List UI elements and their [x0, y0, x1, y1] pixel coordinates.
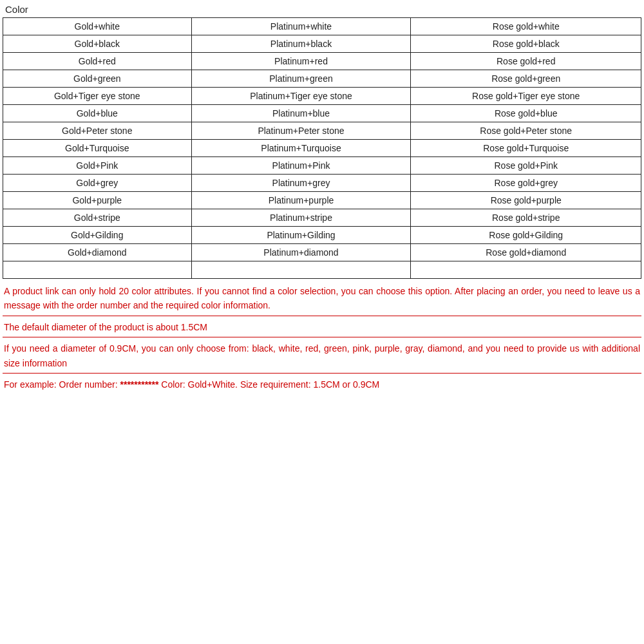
table-cell-empty [411, 261, 641, 279]
notice-1: A product link can only hold 20 color at… [3, 281, 641, 316]
color-section-label: Color [3, 3, 641, 16]
table-row: Gold+redPlatinum+redRose gold+red [3, 53, 641, 70]
table-cell: Gold+Peter stone [3, 122, 192, 140]
table-cell: Platinum+Gilding [191, 227, 411, 244]
table-cell: Rose gold+Tiger eye stone [411, 88, 641, 105]
table-cell: Rose gold+Peter stone [411, 122, 641, 140]
table-cell: Rose gold+diamond [411, 244, 641, 261]
table-row: Gold+PinkPlatinum+PinkRose gold+Pink [3, 157, 641, 175]
notice4-prefix: For example: Order number: [4, 379, 120, 390]
table-cell: Platinum+green [191, 70, 411, 88]
table-row: Gold+purplePlatinum+purpleRose gold+purp… [3, 192, 641, 209]
table-row: Gold+diamondPlatinum+diamondRose gold+di… [3, 244, 641, 261]
notice-3: If you need a diameter of 0.9CM, you can… [3, 339, 641, 374]
table-row: Gold+greyPlatinum+greyRose gold+grey [3, 175, 641, 192]
table-cell: Gold+black [3, 35, 192, 53]
table-row: Gold+GildingPlatinum+GildingRose gold+Gi… [3, 227, 641, 244]
table-cell: Gold+diamond [3, 244, 192, 261]
table-cell: Rose gold+red [411, 53, 641, 70]
table-cell: Rose gold+Pink [411, 157, 641, 175]
table-cell: Rose gold+blue [411, 105, 641, 122]
table-cell: Platinum+black [191, 35, 411, 53]
notice4-stars: *********** [120, 379, 159, 390]
table-cell: Gold+Turquoise [3, 140, 192, 157]
table-cell-empty [3, 261, 192, 279]
page-container: Color Gold+whitePlatinum+whiteRose gold+… [0, 0, 644, 397]
table-row: Gold+greenPlatinum+greenRose gold+green [3, 70, 641, 88]
table-cell: Gold+red [3, 53, 192, 70]
notice-4: For example: Order number: *********** C… [3, 375, 641, 394]
table-cell-empty [191, 261, 411, 279]
table-cell: Rose gold+white [411, 18, 641, 35]
table-cell: Platinum+grey [191, 175, 411, 192]
table-cell: Gold+white [3, 18, 192, 35]
table-cell: Rose gold+purple [411, 192, 641, 209]
notice-2: The default diameter of the product is a… [3, 317, 641, 337]
table-cell: Platinum+Pink [191, 157, 411, 175]
table-cell: Platinum+red [191, 53, 411, 70]
table-row: Gold+Peter stonePlatinum+Peter stoneRose… [3, 122, 641, 140]
table-cell: Gold+green [3, 70, 192, 88]
table-cell: Gold+stripe [3, 209, 192, 227]
table-cell: Platinum+Turquoise [191, 140, 411, 157]
table-cell: Platinum+Peter stone [191, 122, 411, 140]
table-row: Gold+blackPlatinum+blackRose gold+black [3, 35, 641, 53]
table-cell: Platinum+blue [191, 105, 411, 122]
table-cell: Platinum+stripe [191, 209, 411, 227]
table-cell: Rose gold+grey [411, 175, 641, 192]
table-cell: Rose gold+stripe [411, 209, 641, 227]
color-table: Gold+whitePlatinum+whiteRose gold+whiteG… [3, 17, 641, 279]
table-cell: Platinum+diamond [191, 244, 411, 261]
table-cell: Gold+purple [3, 192, 192, 209]
table-row: Gold+whitePlatinum+whiteRose gold+white [3, 18, 641, 35]
table-row: Gold+stripePlatinum+stripeRose gold+stri… [3, 209, 641, 227]
table-cell: Gold+Pink [3, 157, 192, 175]
table-row: Gold+Tiger eye stonePlatinum+Tiger eye s… [3, 88, 641, 105]
table-cell: Gold+Gilding [3, 227, 192, 244]
table-cell: Gold+blue [3, 105, 192, 122]
table-cell: Gold+grey [3, 175, 192, 192]
table-row: Gold+bluePlatinum+blueRose gold+blue [3, 105, 641, 122]
table-cell: Gold+Tiger eye stone [3, 88, 192, 105]
table-cell: Rose gold+green [411, 70, 641, 88]
table-cell: Platinum+purple [191, 192, 411, 209]
notice4-middle: Color: Gold+White. Size requirement: 1.5… [158, 379, 379, 390]
table-empty-row [3, 261, 641, 279]
table-cell: Rose gold+Turquoise [411, 140, 641, 157]
table-cell: Rose gold+black [411, 35, 641, 53]
table-cell: Platinum+Tiger eye stone [191, 88, 411, 105]
table-cell: Platinum+white [191, 18, 411, 35]
table-row: Gold+TurquoisePlatinum+TurquoiseRose gol… [3, 140, 641, 157]
table-cell: Rose gold+Gilding [411, 227, 641, 244]
